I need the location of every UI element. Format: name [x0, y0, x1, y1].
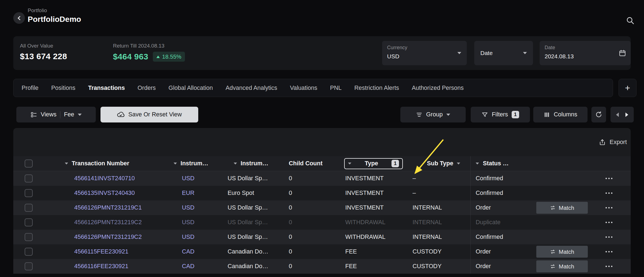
- previous-page-icon[interactable]: [616, 113, 619, 117]
- next-page-icon[interactable]: [625, 113, 628, 117]
- tab-bar: ProfilePositionsTransactionsOrdersGlobal…: [13, 79, 613, 97]
- tab-positions[interactable]: Positions: [45, 79, 82, 97]
- transaction-number-link[interactable]: 4566116FEE230921: [63, 263, 171, 270]
- column-header-instrument-currency[interactable]: Instrum…: [171, 160, 224, 167]
- date-mode-select[interactable]: Date: [474, 41, 533, 65]
- row-actions-menu[interactable]: [604, 176, 614, 181]
- date-picker-field[interactable]: Date 2024.08.13: [540, 41, 631, 65]
- column-header-sub-type[interactable]: Sub Type: [412, 160, 470, 167]
- column-menu-icon[interactable]: [348, 163, 351, 164]
- transaction-number-link[interactable]: 4566126PMNT231219C1: [63, 204, 171, 211]
- search-button[interactable]: [625, 15, 636, 26]
- page-title: PortfolioDemo: [28, 15, 81, 24]
- child-count-cell: 0: [288, 248, 344, 255]
- tab-global-allocation[interactable]: Global Allocation: [162, 79, 219, 97]
- transaction-number-link[interactable]: 4566115FEE230921: [63, 248, 171, 255]
- chevron-down-icon: [523, 52, 527, 54]
- table-row[interactable]: 4566126PMNT231219C2 USD US Dollar Sp… 0 …: [13, 215, 631, 230]
- column-menu-icon[interactable]: [234, 163, 237, 164]
- row-checkbox[interactable]: [25, 174, 33, 182]
- instrument-cell: Canadian Do…: [224, 248, 288, 255]
- row-actions-menu[interactable]: [604, 219, 614, 225]
- export-icon[interactable]: [599, 138, 606, 146]
- table-row[interactable]: 4566126PMNT231219C2 USD US Dollar Sp… 0 …: [13, 230, 631, 244]
- table-row[interactable]: 4566126PMNT231219C1 USD US Dollar Sp… 0 …: [13, 200, 631, 215]
- match-arrows-icon: [550, 205, 556, 211]
- match-arrows-icon: [550, 249, 556, 255]
- column-header-child-count[interactable]: Child Count: [288, 160, 344, 167]
- cloud-check-icon: [117, 111, 125, 119]
- row-checkbox[interactable]: [25, 248, 33, 256]
- table-row[interactable]: 4566141INVST240710 USD US Dollar Sp… 0 I…: [13, 171, 631, 186]
- row-actions-menu[interactable]: [604, 205, 614, 211]
- all-over-value: $13 674 228: [20, 52, 67, 61]
- currency-link[interactable]: USD: [171, 204, 224, 211]
- match-button[interactable]: Match: [536, 260, 588, 272]
- column-header-transaction-number[interactable]: Transaction Number: [63, 160, 171, 167]
- currency-link[interactable]: CAD: [171, 248, 224, 255]
- instrument-cell: US Dollar Sp…: [224, 219, 288, 226]
- column-label: Status …: [483, 160, 509, 167]
- export-row: Export: [13, 128, 631, 156]
- sub-type-cell: –: [412, 190, 470, 197]
- transaction-number-link[interactable]: 4566141INVST240710: [63, 175, 171, 182]
- filters-label: Filters: [492, 111, 508, 118]
- tab-advanced-analytics[interactable]: Advanced Analytics: [219, 79, 284, 97]
- row-actions-menu[interactable]: [604, 263, 614, 269]
- tab-orders[interactable]: Orders: [131, 79, 162, 97]
- currency-link[interactable]: USD: [171, 175, 224, 182]
- sub-type-cell: –: [412, 175, 470, 182]
- column-menu-icon[interactable]: [65, 163, 68, 164]
- tab-authorized-persons[interactable]: Authorized Persons: [405, 79, 470, 97]
- match-label: Match: [559, 249, 574, 255]
- table-row[interactable]: 4566116FEE230921 CAD Canadian Do… 0 FEE …: [13, 259, 631, 274]
- columns-button[interactable]: Columns: [533, 107, 588, 122]
- column-menu-icon[interactable]: [457, 163, 460, 164]
- tab-restriction-alerts[interactable]: Restriction Alerts: [348, 79, 405, 97]
- tab-profile[interactable]: Profile: [15, 79, 45, 97]
- row-checkbox[interactable]: [25, 189, 33, 197]
- transaction-number-link[interactable]: 4566126PMNT231219C2: [63, 234, 171, 241]
- type-column-filter-box[interactable]: Type 1: [344, 158, 403, 169]
- tab-transactions[interactable]: Transactions: [82, 79, 131, 97]
- instrument-cell: US Dollar Sp…: [224, 234, 288, 241]
- row-checkbox[interactable]: [25, 204, 33, 212]
- column-header-instrument-name[interactable]: Instrum…: [224, 160, 288, 167]
- row-actions-menu[interactable]: [604, 190, 614, 196]
- tab-valuations[interactable]: Valuations: [284, 79, 324, 97]
- export-label[interactable]: Export: [610, 139, 627, 146]
- filters-button[interactable]: Filters 1: [471, 107, 530, 122]
- row-actions-menu[interactable]: [604, 249, 614, 255]
- row-actions-menu[interactable]: [604, 234, 614, 240]
- back-button[interactable]: [13, 12, 25, 24]
- tab-pnl[interactable]: PNL: [324, 79, 348, 97]
- currency-link[interactable]: EUR: [171, 190, 224, 197]
- column-header-status[interactable]: Status …: [470, 156, 631, 171]
- save-or-reset-view-button[interactable]: Save Or Reset View: [101, 107, 198, 122]
- currency-link[interactable]: CAD: [171, 263, 224, 270]
- currency-link[interactable]: USD: [171, 219, 224, 226]
- table-row[interactable]: 4566135INVST240430 EUR Euro Spot 0 INVES…: [13, 186, 631, 200]
- refresh-button[interactable]: [591, 107, 606, 122]
- type-cell: FEE: [344, 248, 412, 255]
- add-tab-button[interactable]: +: [619, 79, 637, 97]
- pagination-controls[interactable]: [610, 107, 634, 122]
- match-button[interactable]: Match: [536, 202, 588, 214]
- column-menu-icon[interactable]: [174, 163, 177, 164]
- row-checkbox[interactable]: [25, 262, 33, 270]
- match-button[interactable]: Match: [536, 246, 588, 258]
- transaction-number-link[interactable]: 4566135INVST240430: [63, 190, 171, 197]
- row-checkbox[interactable]: [25, 218, 33, 226]
- column-header-type[interactable]: Type 1: [344, 158, 412, 169]
- currency-link[interactable]: USD: [171, 234, 224, 241]
- return-percent-badge: 18.55%: [153, 52, 185, 62]
- column-menu-icon[interactable]: [476, 163, 479, 164]
- views-dropdown[interactable]: Views Fee: [16, 107, 96, 122]
- select-all-checkbox[interactable]: [25, 160, 33, 168]
- transaction-number-link[interactable]: 4566126PMNT231219C2: [63, 219, 171, 226]
- table-row[interactable]: 4566115FEE230921 CAD Canadian Do… 0 FEE …: [13, 244, 631, 259]
- row-checkbox[interactable]: [25, 233, 33, 241]
- status-text: Confirmed: [476, 234, 536, 241]
- currency-select[interactable]: Currency USD: [382, 41, 467, 65]
- group-button[interactable]: Group: [400, 107, 466, 122]
